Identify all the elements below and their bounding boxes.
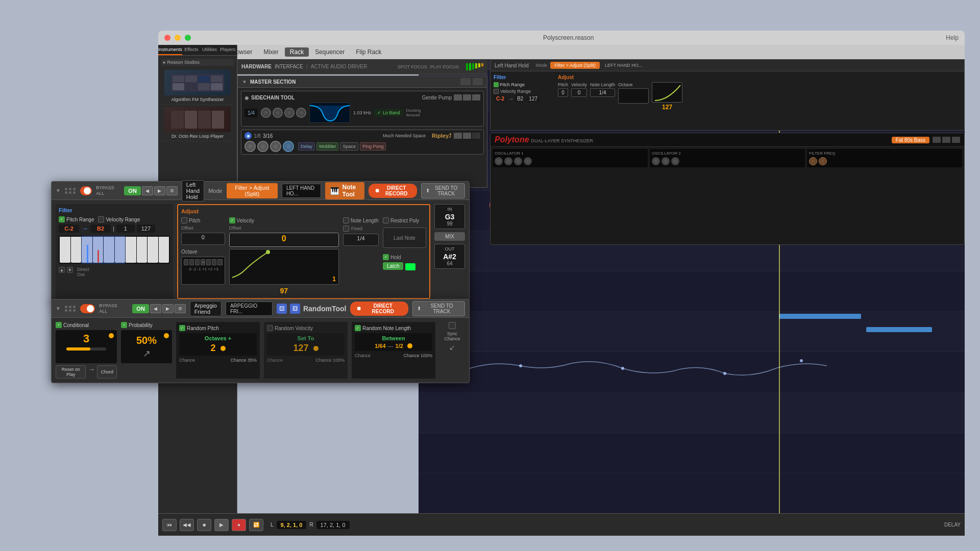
conditional-checkbox[interactable]: ✓ Conditional — [56, 322, 117, 328]
polytone-btn-1[interactable] — [933, 137, 941, 143]
ripley-btn-1[interactable] — [454, 133, 462, 139]
transport-stop-btn[interactable]: ■ — [197, 519, 211, 531]
piano-key-2[interactable] — [71, 237, 82, 263]
fixed-cb[interactable] — [343, 226, 349, 232]
ripley-knob-1[interactable] — [244, 141, 256, 152]
menu-flip-rack[interactable]: Flip Rack — [351, 47, 386, 57]
knob-release[interactable] — [296, 108, 306, 118]
piano-key-9[interactable] — [148, 237, 158, 263]
arp-direct-record-button[interactable]: ⏺ DIRECT RECORD — [350, 302, 408, 316]
panel-collapse-arrow[interactable]: ▼ — [56, 188, 61, 193]
piano-key-8[interactable] — [137, 237, 148, 263]
note-length-cb[interactable] — [343, 217, 349, 223]
tab-players[interactable]: Players — [218, 45, 237, 55]
range-down-btn[interactable]: ▼ — [67, 267, 73, 273]
direct-record-button[interactable]: ⏺ DIRECT RECORD — [369, 184, 417, 198]
sc-btn-1[interactable] — [454, 94, 462, 101]
arp-collapse-arrow[interactable]: ▼ — [56, 306, 61, 311]
transport-pos-r[interactable]: 17, 2, 1, 0 — [316, 521, 350, 529]
random-velocity-value[interactable]: 127 — [269, 343, 342, 354]
master-btn-1[interactable] — [460, 78, 471, 85]
help-link[interactable]: Help — [946, 34, 959, 41]
osc2-knob-2[interactable] — [662, 157, 670, 165]
conditional-value[interactable]: 3 — [58, 332, 115, 345]
osc1-knob-3[interactable] — [514, 157, 522, 165]
sync-chance-cb[interactable] — [449, 322, 456, 329]
polytone-preset-btn[interactable]: Fat 80s Bass — [892, 137, 929, 143]
piano-key-10[interactable] — [159, 237, 169, 263]
pitch-cb[interactable] — [181, 217, 187, 223]
velocity-range-checkbox[interactable]: Velocity Range — [98, 216, 140, 222]
maximize-button[interactable] — [185, 35, 191, 41]
master-btn-2[interactable] — [473, 78, 483, 85]
octave-minus1[interactable] — [195, 259, 200, 265]
lhh-pitch-offset[interactable]: 0 — [558, 88, 568, 97]
mode-button[interactable]: Filter > Adjust (Split) — [227, 183, 278, 198]
octave-minus3[interactable] — [184, 259, 188, 265]
sidechain-loband[interactable]: ✓ Lo Band — [374, 109, 403, 116]
polytone-btn-3[interactable] — [952, 137, 960, 143]
between-val1[interactable]: 1/64 — [375, 343, 385, 349]
next-btn[interactable]: ▶ — [154, 186, 165, 195]
filter-knob-2[interactable] — [819, 157, 827, 165]
arp-settings-btn[interactable]: ⚙ — [175, 304, 186, 313]
filter-knob-1[interactable] — [809, 157, 817, 165]
osc1-knob-4[interactable] — [524, 157, 532, 165]
ripley-space[interactable]: Space — [340, 142, 358, 151]
ripley-btn-3[interactable] — [472, 133, 480, 139]
ripley-knob-4[interactable] — [283, 141, 294, 152]
octave-add[interactable]: + — [201, 259, 205, 265]
random-velocity-checkbox[interactable]: Random Velocity — [267, 325, 345, 331]
velocity-cb[interactable]: ✓ — [229, 217, 235, 223]
ripley-ping-pong[interactable]: Ping Pong — [360, 142, 386, 151]
arp-prev-btn[interactable]: ◀ — [150, 304, 161, 313]
pitch-range-checkbox[interactable]: ✓ Pitch Range — [59, 216, 94, 222]
transport-play-btn[interactable]: ▶ — [214, 519, 229, 531]
range-up-btn[interactable]: ▲ — [59, 267, 65, 273]
range-start-val[interactable]: C-2 — [59, 224, 79, 233]
piano-key-7[interactable] — [126, 237, 136, 263]
instrument-dr-octo[interactable]: Dr. Octo Rex Loop Player — [161, 105, 234, 141]
fixed-val-input[interactable]: 1/4 — [343, 234, 379, 246]
osc2-knob-3[interactable] — [671, 157, 679, 165]
probability-checkbox[interactable]: ✓ Probability — [121, 322, 172, 328]
menu-sequencer[interactable]: Sequencer — [310, 47, 350, 57]
prev-btn[interactable]: ◀ — [142, 186, 153, 195]
range-num-end[interactable]: 127 — [137, 224, 155, 233]
knob-rate[interactable] — [261, 108, 271, 118]
arp-next-btn[interactable]: ▶ — [162, 304, 174, 313]
on-button[interactable]: ON — [124, 186, 141, 195]
octave-plus2[interactable] — [212, 259, 216, 265]
hold-cb[interactable]: ✓ — [383, 254, 389, 260]
lhh-range-num[interactable]: 127 — [527, 95, 540, 102]
ripley-btn-2[interactable] — [463, 133, 471, 139]
octave-minus2[interactable] — [189, 259, 194, 265]
octave-plus3[interactable] — [217, 259, 222, 265]
ripley-knob-2[interactable] — [257, 141, 268, 152]
lhh-pitch-cb[interactable] — [494, 82, 499, 87]
lhh-mode-btn[interactable]: Filter > Adjust (Split) — [550, 62, 600, 69]
transport-pos-l[interactable]: 9, 2, 1, 0 — [277, 521, 307, 529]
lhh-vel-offset[interactable]: 0 — [571, 88, 587, 97]
octave-plus1[interactable] — [206, 259, 211, 265]
minimize-button[interactable] — [175, 35, 181, 41]
restrict-poly-cb[interactable] — [383, 217, 389, 223]
osc1-knob-2[interactable] — [504, 157, 512, 165]
range-num-start[interactable]: 1 — [116, 224, 135, 233]
random-note-length-checkbox[interactable]: ✓ Random Note Length — [355, 325, 432, 331]
polytone-btn-2[interactable] — [942, 137, 950, 143]
latch-button[interactable]: Latch — [383, 262, 403, 270]
instrument-fm-synth[interactable]: Algorithm FM Synthesizer — [161, 68, 234, 105]
transport-back-btn[interactable]: ◀◀ — [180, 519, 194, 531]
lhh-note-len-val[interactable]: 1/4 — [590, 88, 615, 97]
mix-button[interactable]: MIX — [434, 232, 465, 241]
close-button[interactable] — [164, 35, 170, 41]
tab-effects[interactable]: Effects — [182, 45, 201, 55]
arp-send-track-button[interactable]: ⬆ SEND TO TRACK — [412, 301, 465, 316]
sc-btn-2[interactable] — [463, 94, 471, 101]
chord-btn[interactable]: Chord — [97, 365, 117, 379]
ripley-delay[interactable]: Delay — [298, 142, 315, 151]
osc1-knob-1[interactable] — [495, 157, 503, 165]
ripley-knob-3[interactable] — [270, 141, 281, 152]
menu-mixer[interactable]: Mixer — [258, 47, 283, 57]
